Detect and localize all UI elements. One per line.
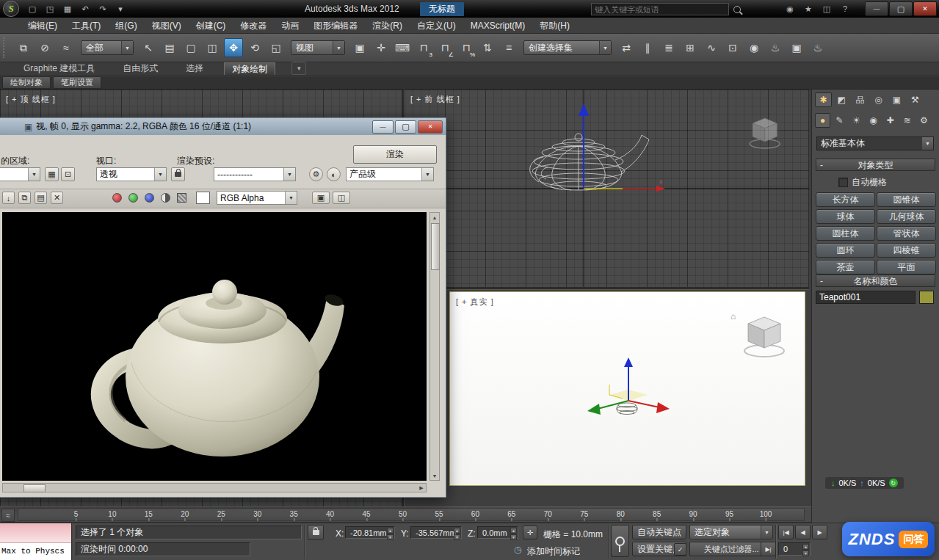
vertical-scroll-thumb[interactable] xyxy=(431,223,440,270)
x-spinner[interactable] xyxy=(387,528,394,537)
select-by-name-icon[interactable]: ▤ xyxy=(160,38,179,57)
display-tab[interactable]: ▣ xyxy=(888,92,905,107)
clone-window-icon[interactable]: ⧉ xyxy=(18,192,31,204)
geometry-category[interactable]: ● xyxy=(815,113,830,128)
net-widget-icon[interactable]: ↻ xyxy=(889,479,898,487)
close-button[interactable] xyxy=(913,1,937,16)
select-object-icon[interactable]: ↖ xyxy=(139,38,158,57)
rendered-frame-icon[interactable]: ▣ xyxy=(787,38,806,57)
timeline-ruler[interactable]: 5101520253035404550556065707580859095100 xyxy=(18,508,805,521)
play-button[interactable]: ▶ xyxy=(812,525,827,539)
object-name-input[interactable] xyxy=(816,291,916,304)
y-spinner[interactable] xyxy=(454,528,460,537)
select-and-link-icon[interactable]: ⧉ xyxy=(14,38,33,57)
object-button-几何球体[interactable]: 几何球体 xyxy=(877,209,936,224)
auto-key-button[interactable]: 自动关键点 xyxy=(632,525,686,539)
rendered-frame-window[interactable]: ▣ 视, 帧 0, 显示 gamma: 2.2, RGBA 颜色 16 位/通道… xyxy=(0,117,446,498)
lights-category[interactable]: ☀ xyxy=(849,113,864,128)
viewport-front[interactable]: [ + 前 线框 ] xyxy=(405,90,809,287)
render-maximize-button[interactable] xyxy=(395,120,416,134)
scroll-down-icon[interactable]: ▼ xyxy=(430,471,439,480)
environment-icon[interactable]: ◐ xyxy=(327,167,341,181)
timeline-mini-icon[interactable]: ≈ xyxy=(1,509,15,522)
viewport-top-label[interactable]: [ + 顶 线框 ] xyxy=(6,94,56,105)
object-button-管状体[interactable]: 管状体 xyxy=(877,226,936,241)
edit-named-selections-icon[interactable]: ≡ xyxy=(499,38,518,57)
ribbon-tab-对象绘制[interactable]: 对象绘制 xyxy=(224,62,275,75)
autogrid-checkbox[interactable] xyxy=(838,178,848,187)
scroll-right-icon[interactable]: ▶ xyxy=(417,484,426,492)
viewcube-persp[interactable] xyxy=(742,313,791,358)
render-horizontal-scrollbar[interactable]: ▶ xyxy=(2,483,427,492)
render-setup-small-icon[interactable]: ⚙ xyxy=(309,167,323,181)
menu-item-创建(C)[interactable]: 创建(C) xyxy=(189,18,233,34)
selection-lock-button[interactable] xyxy=(308,525,324,540)
frame-spinner[interactable] xyxy=(802,544,809,554)
menu-item-编辑(E)[interactable]: 编辑(E) xyxy=(21,18,65,34)
x-coordinate-field[interactable]: -20.81mm xyxy=(345,526,395,539)
object-button-圆环[interactable]: 圆环 xyxy=(816,243,875,258)
undo-icon[interactable]: ↶ xyxy=(77,2,93,15)
scroll-up-icon[interactable]: ▲ xyxy=(430,213,439,222)
object-button-圆柱体[interactable]: 圆柱体 xyxy=(816,226,875,241)
ribbon-tab-Graphite 建模工具[interactable]: Graphite 建模工具 xyxy=(16,62,102,75)
curve-editor-icon[interactable]: ∿ xyxy=(702,38,721,57)
red-channel-icon[interactable] xyxy=(112,193,122,203)
angle-snap-icon[interactable]: ⊓∠ xyxy=(435,38,454,57)
horizontal-scroll-thumb[interactable] xyxy=(23,484,46,492)
layout-toggle-icon[interactable]: ◫ xyxy=(333,192,350,204)
render-preset-dropdown[interactable]: ------------ xyxy=(214,167,296,181)
menu-item-组(G)[interactable]: 组(G) xyxy=(108,18,144,34)
go-to-end-button[interactable]: ▶| xyxy=(761,542,776,556)
viewcube-home-icon[interactable]: ⌂ xyxy=(730,311,736,321)
key-filters-icon[interactable]: ✓ xyxy=(674,543,686,556)
menu-item-修改器[interactable]: 修改器 xyxy=(233,18,274,34)
open-file-icon[interactable]: ◳ xyxy=(42,2,58,15)
rectangular-selection-region-icon[interactable]: ▢ xyxy=(181,38,200,57)
favorites-icon[interactable]: ★ xyxy=(802,3,814,15)
menu-item-动画[interactable]: 动画 xyxy=(274,18,306,34)
align-icon[interactable]: ∥ xyxy=(638,38,657,57)
go-to-start-button[interactable]: |◀ xyxy=(778,525,794,539)
channel-display-dropdown[interactable]: RGB Alpha xyxy=(217,191,297,205)
print-image-icon[interactable]: ▤ xyxy=(35,192,47,204)
selection-filter-dropdown[interactable]: 全部 xyxy=(81,40,134,55)
key-selection-dropdown[interactable]: 选定对象 xyxy=(689,525,773,539)
viewport-perspective[interactable]: [ + 真实 ] ⌂ xyxy=(405,290,809,506)
app-logo-icon[interactable]: S xyxy=(3,1,19,17)
systems-category[interactable]: ⚙ xyxy=(916,113,932,128)
render-window-titlebar[interactable]: ▣ 视, 帧 0, 显示 gamma: 2.2, RGBA 颜色 16 位/通道… xyxy=(0,118,446,135)
ribbon-button-绘制对象[interactable]: 绘制对象 xyxy=(2,76,51,89)
render-quality-dropdown[interactable]: 产品级 xyxy=(346,167,434,181)
object-button-圆锥体[interactable]: 圆锥体 xyxy=(877,192,936,207)
help-icon[interactable]: ? xyxy=(839,3,851,15)
auto-region-icon[interactable]: ⊡ xyxy=(61,167,75,181)
toggle-ui-icon[interactable]: ▣ xyxy=(312,192,330,204)
object-color-swatch[interactable] xyxy=(919,291,934,304)
render-minimize-button[interactable] xyxy=(372,120,394,134)
sign-in-icon[interactable]: ◫ xyxy=(821,3,833,15)
unlink-selection-icon[interactable]: ⊘ xyxy=(35,38,54,57)
render-button[interactable]: 渲染 xyxy=(353,145,437,164)
mirror-icon[interactable]: ⇄ xyxy=(617,38,636,57)
add-time-tag-label[interactable]: 添加时间标记 xyxy=(527,545,580,558)
object-button-球体[interactable]: 球体 xyxy=(816,209,875,224)
alpha-channel-icon[interactable] xyxy=(177,193,186,203)
schematic-view-icon[interactable]: ⊡ xyxy=(723,38,742,57)
search-input[interactable] xyxy=(591,3,729,15)
blue-channel-icon[interactable] xyxy=(145,193,154,203)
shapes-category[interactable]: ✎ xyxy=(832,113,847,128)
named-selection-sets-dropdown[interactable]: 创建选择集 xyxy=(523,40,612,55)
redo-icon[interactable]: ↷ xyxy=(95,2,111,15)
save-file-icon[interactable]: ▦ xyxy=(59,2,76,15)
previous-frame-button[interactable]: ◀ xyxy=(795,525,811,539)
listener-pane[interactable]: Max to Physcs xyxy=(0,543,71,560)
material-editor-icon[interactable]: ◉ xyxy=(744,38,764,57)
helpers-category[interactable]: ✚ xyxy=(882,113,898,128)
menu-item-图形编辑器[interactable]: 图形编辑器 xyxy=(306,18,365,34)
teapot-wireframe[interactable]: x xyxy=(514,103,668,198)
object-button-茶壶[interactable]: 茶壶 xyxy=(816,260,875,274)
utilities-tab[interactable]: ⚒ xyxy=(907,92,924,107)
new-scene-icon[interactable]: ▢ xyxy=(24,2,40,15)
spinner-snap-icon[interactable]: ⇅ xyxy=(478,38,497,57)
